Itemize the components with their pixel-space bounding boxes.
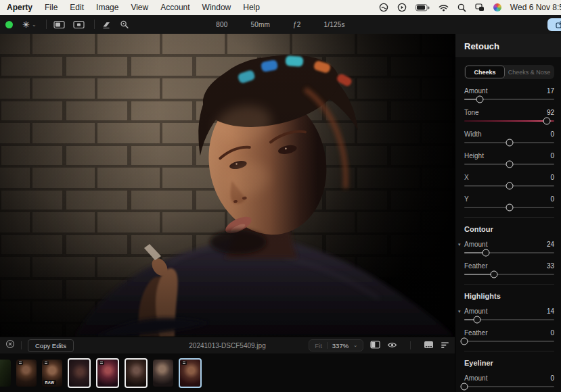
slider-track[interactable] [464, 252, 554, 253]
filmstrip-thumbnail[interactable] [68, 358, 91, 388]
browse-view-icon[interactable] [53, 20, 65, 29]
slider-row: Tone 92 [464, 109, 554, 122]
section-header: Contour [464, 225, 554, 233]
slider-thumb[interactable] [482, 249, 489, 257]
slider-track[interactable] [464, 386, 554, 387]
slider-thumb[interactable] [476, 96, 483, 103]
app-menu-aperty[interactable]: Aperty [7, 3, 32, 12]
slider-section: Contour ▾ Amount 24 Feather 33 [464, 217, 554, 275]
slider-track[interactable] [464, 99, 554, 100]
menu-clock[interactable]: Wed 6 Nov 8:5 [510, 3, 561, 12]
slider-section: Amount 17 Tone 92 Width 0 [464, 87, 554, 208]
filmstrip-thumbnail[interactable]: RAW [42, 360, 62, 387]
slider-row: Height 0 [464, 152, 554, 165]
play-circle-icon[interactable] [397, 3, 407, 12]
exif-focal-length: 50mm [250, 21, 270, 28]
single-image-icon[interactable] [73, 20, 85, 29]
viewer-controls: Fit 337% ⌄ [309, 339, 449, 351]
slider-track[interactable] [464, 185, 554, 187]
export-button[interactable]: Ex [547, 18, 561, 31]
exif-iso: 800 [216, 21, 227, 28]
viewer-status-bar: Copy Edits 20241013-DSCF5409.jpg Fit 337… [0, 337, 455, 353]
slider-thumb[interactable] [506, 139, 513, 147]
edited-badge [181, 361, 187, 365]
enhance-sparkle-icon[interactable]: ✳⌄ [22, 20, 37, 30]
slider-thumb[interactable] [506, 161, 513, 168]
slider-track[interactable] [464, 120, 554, 122]
search-icon[interactable] [457, 3, 466, 12]
menu-item[interactable]: File [45, 3, 58, 12]
color-wheel-icon[interactable] [493, 3, 501, 11]
slider-thumb[interactable] [506, 204, 513, 212]
eye-icon[interactable] [387, 339, 397, 351]
slider-value: 24 [547, 241, 554, 248]
filmstrip-thumbnail[interactable] [179, 358, 202, 388]
slider-thumb[interactable] [461, 338, 468, 345]
section-header: Highlights [464, 292, 554, 300]
slider-label: Amount [464, 308, 487, 315]
slider-track[interactable] [464, 274, 554, 275]
slider-label: Feather [464, 329, 487, 337]
slider-thumb[interactable] [473, 316, 480, 324]
collapse-caret-icon[interactable]: ▾ [458, 309, 461, 314]
raw-badge: RAW [43, 380, 56, 385]
slider-row: X 0 [464, 174, 554, 187]
slider-thumb[interactable] [543, 118, 551, 125]
filmstrip-thumbnail[interactable] [16, 360, 37, 387]
slider-label: Tone [464, 109, 479, 116]
collapse-caret-icon[interactable]: ▾ [458, 242, 461, 247]
menu-item[interactable]: Window [202, 3, 231, 12]
slider-track[interactable] [464, 207, 554, 208]
slider-row: Feather 33 [464, 262, 554, 275]
slider-thumb[interactable] [461, 383, 468, 391]
slider-thumb[interactable] [506, 182, 513, 190]
panel-title: Retouch [464, 41, 499, 51]
filmstrip-thumbnail[interactable] [125, 358, 148, 388]
tab-cheeks[interactable]: Cheeks [465, 66, 505, 78]
deselect-icon[interactable] [5, 339, 15, 351]
before-after-icon[interactable] [370, 339, 380, 351]
menu-item[interactable]: Edit [70, 3, 84, 12]
menu-item[interactable]: Image [96, 3, 118, 12]
slider-track[interactable] [464, 341, 554, 342]
battery-icon[interactable] [416, 4, 430, 11]
toolbar-divider [94, 20, 95, 29]
slider-label: Amount [464, 374, 487, 382]
window-control-green[interactable] [5, 21, 13, 28]
slider-groups: Amount 17 Tone 92 Width 0 [464, 87, 554, 392]
loupe-icon[interactable] [120, 20, 129, 29]
filmstrip-thumbnail[interactable] [153, 360, 173, 387]
tab-cheeks-and-nose[interactable]: Cheeks & Nose [505, 66, 554, 78]
panel-header: Retouch [455, 34, 561, 58]
chevron-down-icon: ⌄ [353, 343, 357, 348]
eraser-icon[interactable] [102, 20, 112, 29]
menu-item[interactable]: Help [243, 3, 260, 12]
zoom-level[interactable]: 337% [332, 342, 349, 349]
retouch-tabs: Cheeks Cheeks & Nose [464, 65, 554, 79]
display-toggle-icon[interactable] [475, 3, 485, 11]
wifi-icon[interactable] [439, 4, 449, 11]
slider-track[interactable] [464, 319, 554, 320]
copy-edits-button[interactable]: Copy Edits [28, 339, 74, 352]
filmstrip-thumbnail[interactable] [96, 358, 119, 388]
filmstrip-icon[interactable] [424, 339, 434, 351]
zoom-control[interactable]: Fit 337% ⌄ [309, 339, 363, 351]
portrait-photo [0, 34, 455, 337]
slider-thumb[interactable] [490, 271, 497, 278]
menu-item[interactable]: Account [160, 3, 189, 12]
fit-button[interactable]: Fit [315, 342, 322, 349]
photo-canvas[interactable] [0, 34, 455, 337]
adobe-cc-icon[interactable] [379, 3, 388, 12]
section-divider [464, 284, 554, 285]
slider-track[interactable] [464, 142, 554, 143]
slider-label: X [464, 174, 469, 181]
slider-track[interactable] [464, 164, 554, 165]
sort-icon[interactable] [441, 339, 449, 351]
slider-value: 14 [547, 308, 554, 315]
retouch-panel: Retouch Cheeks Cheeks & Nose Amount 17 T… [455, 34, 561, 392]
menu-item[interactable]: View [131, 3, 148, 12]
toolbar: ✳⌄ 80050mmƒ21/125s Ex [0, 15, 561, 34]
filmstrip-thumbnail[interactable] [0, 360, 11, 387]
slider-fill [464, 274, 494, 275]
screen: Aperty FileEditImageViewAccountWindowHel… [0, 0, 561, 392]
